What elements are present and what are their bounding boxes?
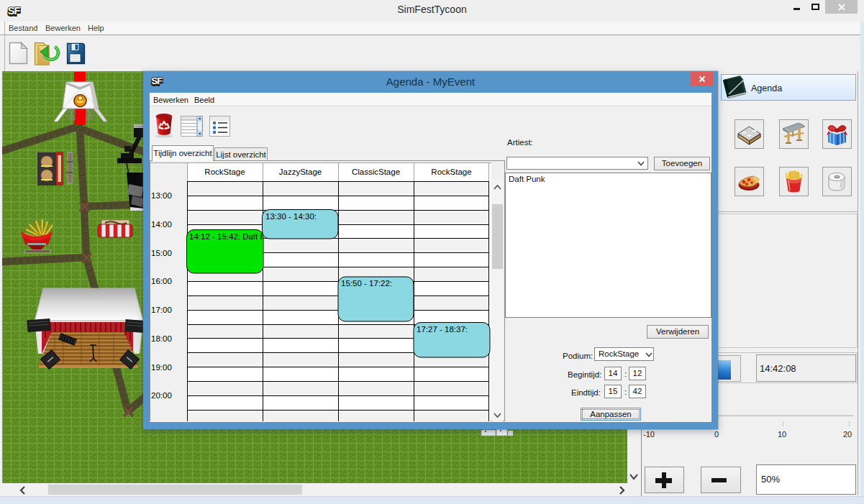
svg-text:RockStage: RockStage [204, 168, 245, 176]
svg-text:18:00: 18:00 [151, 334, 172, 343]
svg-text:SF: SF [8, 5, 21, 17]
svg-text:14:12 - 15:42: Daft Pu: 14:12 - 15:42: Daft Pu [189, 232, 270, 241]
svg-text:13:30 - 14:30:: 13:30 - 14:30: [265, 212, 317, 221]
svg-text:17:00: 17:00 [151, 306, 172, 314]
svg-text:20:00: 20:00 [151, 391, 172, 400]
svg-text:15:00: 15:00 [151, 249, 172, 257]
svg-text:13:00: 13:00 [151, 191, 172, 200]
svg-text:JazzyStage: JazzyStage [279, 168, 322, 176]
svg-text:17:27 - 18:37:: 17:27 - 18:37: [417, 325, 468, 334]
svg-text:RockStage: RockStage [431, 168, 471, 176]
svg-text:16:00: 16:00 [151, 277, 172, 285]
svg-text:ClassicStage: ClassicStage [352, 168, 400, 176]
svg-text:14:00: 14:00 [151, 220, 172, 229]
svg-text:19:00: 19:00 [151, 363, 172, 372]
svg-text:15:50 - 17:22:: 15:50 - 17:22: [341, 279, 392, 288]
